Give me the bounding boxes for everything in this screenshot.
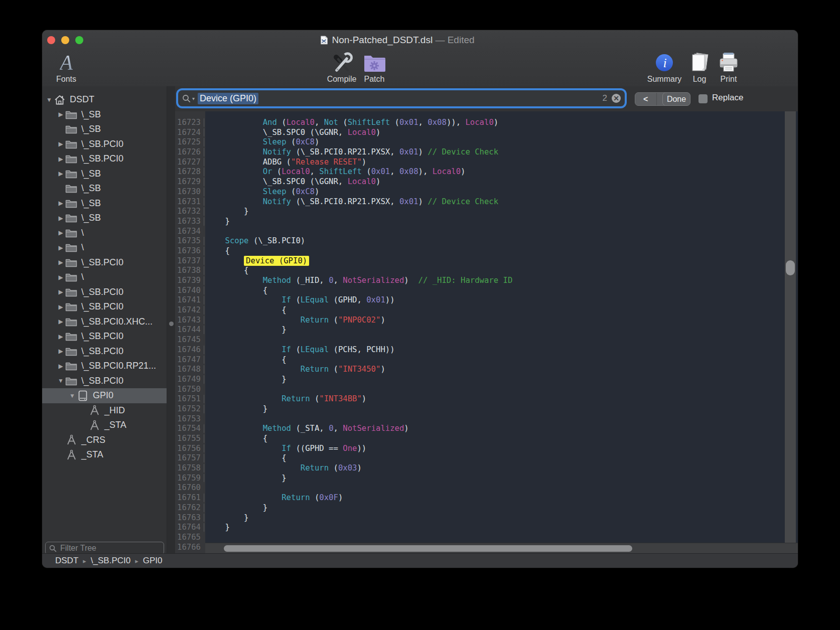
code-line[interactable]: 16760 xyxy=(175,483,798,493)
code-line[interactable]: 16741 If (LEqual (GPHD, 0x01)) xyxy=(175,295,798,305)
code-line[interactable]: 16765 xyxy=(175,533,798,543)
clear-search-icon[interactable]: ✕ xyxy=(612,94,621,103)
code-line[interactable]: 16728 Or (Local0, ShiftLeft (0x01, 0x08)… xyxy=(175,167,798,177)
tree-item-crs[interactable]: _CRS xyxy=(42,433,167,448)
code-line[interactable]: 16729 \_SB.SPC0 (\GGNR, Local0) xyxy=(175,177,798,187)
code-line[interactable]: 16755 { xyxy=(175,434,798,444)
minimize-window-button[interactable] xyxy=(61,36,69,44)
code-line[interactable]: 16763 } xyxy=(175,513,798,523)
find-input[interactable]: ▾ Device (GPI0) 2 ✕ xyxy=(178,90,625,106)
tree-item-sta[interactable]: _STA xyxy=(42,447,167,462)
print-button[interactable]: Print xyxy=(705,50,753,86)
tree-item-sbpci0[interactable]: ▶\_SB.PCI0 xyxy=(42,151,167,167)
horizontal-scrollbar[interactable] xyxy=(205,543,798,554)
disclosure-triangle-icon[interactable]: ▼ xyxy=(68,392,76,399)
code-line[interactable]: 16749 } xyxy=(175,375,798,385)
disclosure-triangle-icon[interactable]: ▶ xyxy=(57,274,65,281)
tree-item-sbpci0[interactable]: ▶\_SB.PCI0 xyxy=(42,329,167,344)
tree-item-sb[interactable]: ▶\_SB xyxy=(42,167,167,182)
tree-item-sb[interactable]: \_SB xyxy=(42,181,167,196)
tree-item-sbpci0rp21[interactable]: ▶\_SB.PCI0.RP21... xyxy=(42,359,167,374)
tree-item-sbpci0[interactable]: ▶\_SB.PCI0 xyxy=(42,299,167,314)
breadcrumb-item[interactable]: \_SB.PCI0 xyxy=(91,556,130,566)
code-line[interactable]: 16748 Return ("INT3450") xyxy=(175,365,798,375)
code-line[interactable]: 16744 } xyxy=(175,325,798,335)
tree-item-[interactable]: ▶\ xyxy=(42,226,167,241)
zoom-window-button[interactable] xyxy=(75,36,83,44)
code-editor[interactable]: 16723 And (Local0, Not (ShiftLeft (0x01,… xyxy=(175,111,798,554)
code-line[interactable]: 16742 { xyxy=(175,305,798,316)
tree-item-sbpci0[interactable]: ▶\_SB.PCI0 xyxy=(42,285,167,300)
code-line[interactable]: 16751 Return ("INT34BB") xyxy=(175,394,798,404)
tree-item-sta[interactable]: _STA xyxy=(42,418,167,433)
code-line[interactable]: 16739 Method (_HID, 0, NotSerialized) //… xyxy=(175,276,798,286)
code-line[interactable]: 16724 \_SB.SPC0 (\GGNR, Local0) xyxy=(175,128,798,138)
code-line[interactable]: 16740 { xyxy=(175,286,798,296)
tree-item-sb[interactable]: ▶\_SB xyxy=(42,196,167,211)
code-line[interactable]: 16732 } xyxy=(175,207,798,217)
tree-item-sbpci0[interactable]: ▼\_SB.PCI0 xyxy=(42,374,167,389)
done-button[interactable]: Done xyxy=(662,92,690,106)
code-line[interactable]: 16731 Notify (\_SB.PCI0.RP21.PXSX, 0x01)… xyxy=(175,197,798,207)
disclosure-triangle-icon[interactable]: ▶ xyxy=(57,318,65,325)
disclosure-triangle-icon[interactable]: ▼ xyxy=(57,377,65,384)
disclosure-triangle-icon[interactable]: ▶ xyxy=(57,140,65,147)
tree-item-sb[interactable]: ▶\_SB xyxy=(42,107,167,122)
tree-item-[interactable]: ▶\ xyxy=(42,270,167,285)
tree-item-[interactable]: ▶\ xyxy=(42,240,167,255)
code-line[interactable]: 16746 If (LEqual (PCHS, PCHH)) xyxy=(175,345,798,355)
tree-item-dsdt[interactable]: ▼DSDT xyxy=(42,92,167,107)
code-line[interactable]: 16734 xyxy=(175,227,798,237)
disclosure-triangle-icon[interactable]: ▶ xyxy=(57,200,65,207)
disclosure-triangle-icon[interactable]: ▶ xyxy=(57,303,65,310)
code-line[interactable]: 16738 { xyxy=(175,266,798,276)
code-line[interactable]: 16757 { xyxy=(175,453,798,463)
code-line[interactable]: 16754 Method (_STA, 0, NotSerialized) xyxy=(175,424,798,434)
tree-item-sbpci0[interactable]: ▶\_SB.PCI0 xyxy=(42,344,167,359)
tree-item-sb[interactable]: ▶\_SB xyxy=(42,211,167,226)
code-line[interactable]: 16735 Scope (\_SB.PCI0) xyxy=(175,236,798,246)
tree-item-sb[interactable]: \_SB xyxy=(42,122,167,137)
disclosure-triangle-icon[interactable]: ▶ xyxy=(57,215,65,222)
disclosure-triangle-icon[interactable]: ▶ xyxy=(57,348,65,355)
vertical-scrollbar[interactable] xyxy=(785,111,796,543)
code-line[interactable]: 16736 { xyxy=(175,246,798,256)
tree-item-sbpci0[interactable]: ▶\_SB.PCI0 xyxy=(42,255,167,270)
document-proxy-icon[interactable] xyxy=(320,36,328,45)
disclosure-triangle-icon[interactable]: ▶ xyxy=(57,288,65,295)
disclosure-triangle-icon[interactable]: ▶ xyxy=(57,111,65,118)
disclosure-triangle-icon[interactable]: ▶ xyxy=(57,170,65,177)
disclosure-triangle-icon[interactable]: ▶ xyxy=(57,229,65,236)
pane-splitter[interactable] xyxy=(167,86,176,554)
code-line[interactable]: 16745 xyxy=(175,335,798,345)
code-line[interactable]: 16737 Device (GPI0) xyxy=(175,256,798,266)
code-line[interactable]: 16723 And (Local0, Not (ShiftLeft (0x01,… xyxy=(175,118,798,128)
disclosure-triangle-icon[interactable]: ▼ xyxy=(45,96,53,103)
code-line[interactable]: 16730 Sleep (0xC8) xyxy=(175,187,798,197)
disclosure-triangle-icon[interactable]: ▶ xyxy=(57,155,65,163)
patch-button[interactable]: Patch xyxy=(350,50,398,86)
code-line[interactable]: 16727 ADBG ("Release RESET") xyxy=(175,158,798,168)
code-line[interactable]: 16747 { xyxy=(175,355,798,365)
vertical-scrollbar-thumb[interactable] xyxy=(786,260,795,275)
code-line[interactable]: 16752 } xyxy=(175,404,798,414)
code-line[interactable]: 16759 } xyxy=(175,474,798,484)
code-line[interactable]: 16761 Return (0x0F) xyxy=(175,493,798,503)
search-menu-chevron-icon[interactable]: ▾ xyxy=(192,96,195,101)
code-line[interactable]: 16756 If ((GPHD == One)) xyxy=(175,444,798,454)
breadcrumb-item[interactable]: DSDT xyxy=(55,556,78,566)
tree-item-gpi0[interactable]: ▼GPI0 xyxy=(42,388,167,403)
code-line[interactable]: 16726 Notify (\_SB.PCI0.RP21.PXSX, 0x01)… xyxy=(175,147,798,158)
code-line[interactable]: 16743 Return ("PNP0C02") xyxy=(175,316,798,326)
code-line[interactable]: 16725 Sleep (0xC8) xyxy=(175,137,798,147)
replace-checkbox[interactable] xyxy=(698,94,708,103)
disclosure-triangle-icon[interactable]: ▶ xyxy=(57,363,65,370)
code-line[interactable]: 16733 } xyxy=(175,217,798,227)
code-line[interactable]: 16764 } xyxy=(175,523,798,533)
disclosure-triangle-icon[interactable]: ▶ xyxy=(57,259,65,266)
disclosure-triangle-icon[interactable]: ▶ xyxy=(57,333,65,340)
disclosure-triangle-icon[interactable]: ▶ xyxy=(57,244,65,251)
fonts-button[interactable]: A Fonts xyxy=(42,50,90,86)
tree-item-sbpci0xhc[interactable]: ▶\_SB.PCI0.XHC... xyxy=(42,314,167,330)
breadcrumb-item[interactable]: GPI0 xyxy=(143,556,163,566)
